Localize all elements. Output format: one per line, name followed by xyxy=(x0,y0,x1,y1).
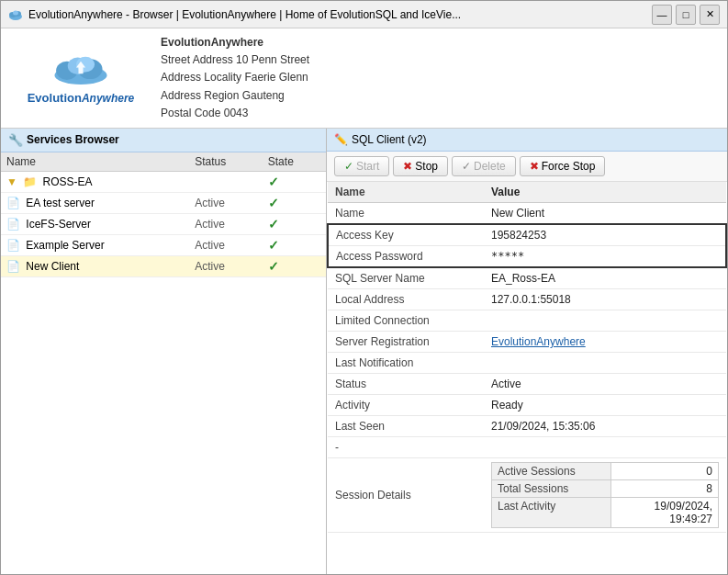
start-button[interactable]: ✓ Start xyxy=(334,156,389,176)
stop-icon: ✖ xyxy=(403,160,412,173)
child0-label: EA test server xyxy=(26,197,95,209)
logo-text: EvolutionAnywhere xyxy=(28,91,135,105)
prop-value-dash xyxy=(484,436,726,457)
child0-name: 📄 EA test server xyxy=(1,192,189,213)
evolution-anywhere-link[interactable]: EvolutionAnywhere xyxy=(491,335,586,348)
session-value-last-activity: 19/09/2024, 19:49:27 xyxy=(611,497,719,527)
title-bar: EvolutionAnywhere - Browser | EvolutionA… xyxy=(1,1,727,28)
properties-table: Name Value Name New Client Access Key 19… xyxy=(327,182,727,533)
left-panel: 🔧 Services Browser Name Status State ▼ 📁… xyxy=(1,129,327,575)
prop-row-access-password: Access Password ***** xyxy=(328,245,726,267)
session-label-active: Active Sessions xyxy=(492,462,611,479)
main-container: 🔧 Services Browser Name Status State ▼ 📁… xyxy=(1,129,727,575)
prop-label-access-password: Access Password xyxy=(328,245,484,267)
pencil-icon: ✏️ xyxy=(334,133,348,146)
prop-label-sql-server: SQL Server Name xyxy=(328,267,484,289)
app-icon xyxy=(8,7,23,22)
child3-state: ✓ xyxy=(263,255,326,276)
child1-status: Active xyxy=(189,213,263,234)
col-prop-name: Name xyxy=(328,182,484,203)
root-state: ✓ xyxy=(263,171,326,192)
prop-value-server-registration[interactable]: EvolutionAnywhere xyxy=(484,331,726,352)
stop-button[interactable]: ✖ Stop xyxy=(393,156,448,176)
prop-value-session-details: Active Sessions 0 Total Sessions 8 Last … xyxy=(484,457,726,532)
child3-name: 📄 New Client xyxy=(1,255,189,276)
app-header: EvolutionAnywhere EvolutionAnywhere Stre… xyxy=(1,28,727,129)
prop-label-last-seen: Last Seen xyxy=(328,415,484,436)
close-button[interactable]: ✕ xyxy=(700,5,720,25)
prop-row-limited-connection: Limited Connection xyxy=(328,310,726,331)
file-icon-1: 📄 xyxy=(6,218,20,231)
prop-label-name: Name xyxy=(328,202,484,224)
toolbar: ✓ Start ✖ Stop ✓ Delete ✖ Force Stop xyxy=(327,152,727,182)
prop-value-status: Active xyxy=(484,373,726,394)
delete-label: Delete xyxy=(474,160,506,173)
child0-status: Active xyxy=(189,192,263,213)
wrench-icon: 🔧 xyxy=(8,133,23,147)
tree-row-0[interactable]: 📄 EA test server Active ✓ xyxy=(1,192,326,213)
col-name: Name xyxy=(1,152,189,172)
force-stop-icon: ✖ xyxy=(530,160,539,173)
prop-value-access-key: 195824253 xyxy=(484,224,726,246)
window-title: EvolutionAnywhere - Browser | EvolutionA… xyxy=(28,8,461,21)
address-line4: Postal Code 0043 xyxy=(161,105,309,122)
root-name: ▼ 📁 ROSS-EA xyxy=(1,171,189,192)
address-line1: Street Address 10 Penn Street xyxy=(161,51,309,69)
child1-name: 📄 IceFS-Server xyxy=(1,213,189,234)
services-browser-title: Services Browser xyxy=(27,133,119,146)
company-logo xyxy=(49,51,113,89)
child2-status: Active xyxy=(189,234,263,255)
prop-value-limited-connection xyxy=(484,310,726,331)
file-icon-3: 📄 xyxy=(6,260,20,273)
col-prop-value: Value xyxy=(484,182,726,203)
prop-value-access-password: ***** xyxy=(484,245,726,267)
root-label: ROSS-EA xyxy=(43,175,93,188)
prop-label-limited-connection: Limited Connection xyxy=(328,310,484,331)
folder-expand-icon: ▼ xyxy=(6,175,17,188)
prop-row-local-address: Local Address 127.0.0.1:55018 xyxy=(328,288,726,310)
company-info: EvolutionAnywhere Street Address 10 Penn… xyxy=(161,34,309,122)
session-label-total: Total Sessions xyxy=(492,479,611,497)
tree-row-root[interactable]: ▼ 📁 ROSS-EA ✓ xyxy=(1,171,326,192)
sql-client-title: SQL Client (v2) xyxy=(352,133,427,146)
prop-label-activity: Activity xyxy=(328,394,484,415)
prop-value-last-seen: 21/09/2024, 15:35:06 xyxy=(484,415,726,436)
tree-row-2[interactable]: 📄 Example Server Active ✓ xyxy=(1,234,326,255)
maximize-button[interactable]: □ xyxy=(676,5,696,25)
minimize-button[interactable]: — xyxy=(652,5,672,25)
prop-value-local-address: 127.0.0.1:55018 xyxy=(484,288,726,310)
prop-label-server-registration: Server Registration xyxy=(328,331,484,352)
start-label: Start xyxy=(356,160,379,173)
child0-state: ✓ xyxy=(263,192,326,213)
window-controls[interactable]: — □ ✕ xyxy=(652,5,720,25)
col-state: State xyxy=(263,152,326,172)
session-row-active: Active Sessions 0 xyxy=(492,462,719,479)
stop-label: Stop xyxy=(415,160,438,173)
force-stop-label: Force Stop xyxy=(542,160,596,173)
session-value-total: 8 xyxy=(611,479,719,497)
delete-button[interactable]: ✓ Delete xyxy=(452,156,516,176)
company-name: EvolutionAnywhere xyxy=(161,34,309,51)
prop-label-last-notification: Last Notification xyxy=(328,352,484,373)
prop-row-dash: - xyxy=(328,436,726,457)
prop-row-server-registration: Server Registration EvolutionAnywhere xyxy=(328,331,726,352)
logo-area: EvolutionAnywhere xyxy=(12,51,150,105)
session-label-last-activity: Last Activity xyxy=(492,497,611,527)
right-panel: ✏️ SQL Client (v2) ✓ Start ✖ Stop ✓ Dele… xyxy=(327,129,727,575)
address-line2: Address Locality Faerie Glenn xyxy=(161,69,309,86)
tree-row-3[interactable]: 📄 New Client Active ✓ xyxy=(1,255,326,276)
prop-row-name: Name New Client xyxy=(328,202,726,224)
prop-row-status: Status Active xyxy=(328,373,726,394)
tree-table-header-row: Name Status State xyxy=(1,152,326,172)
child2-name: 📄 Example Server xyxy=(1,234,189,255)
prop-row-sql-server: SQL Server Name EA_Ross-EA xyxy=(328,267,726,289)
services-tree-table: Name Status State ▼ 📁 ROSS-EA ✓ xyxy=(1,152,326,277)
prop-label-local-address: Local Address xyxy=(328,288,484,310)
child1-label: IceFS-Server xyxy=(26,218,91,231)
tree-row-1[interactable]: 📄 IceFS-Server Active ✓ xyxy=(1,213,326,234)
child1-state: ✓ xyxy=(263,213,326,234)
force-stop-button[interactable]: ✖ Force Stop xyxy=(520,156,606,176)
prop-value-activity: Ready xyxy=(484,394,726,415)
svg-point-3 xyxy=(13,10,18,15)
prop-row-access-key: Access Key 195824253 xyxy=(328,224,726,246)
